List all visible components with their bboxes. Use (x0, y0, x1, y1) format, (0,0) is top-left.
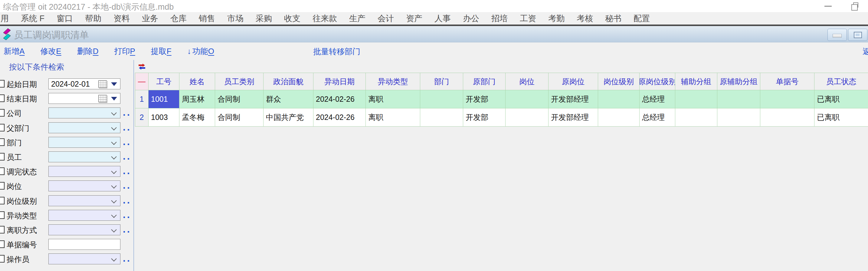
column-header-工号[interactable]: 工号 (149, 73, 179, 90)
menu-item-秘书[interactable]: 秘书 (599, 13, 627, 24)
table-cell[interactable]: 合同制 (215, 109, 264, 126)
row-number-cell[interactable]: 2 (135, 109, 149, 126)
table-cell[interactable]: 开发部 (463, 109, 505, 126)
table-cell[interactable]: 孟冬梅 (179, 109, 215, 126)
column-header-原部门[interactable]: 原部门 (463, 73, 505, 90)
table-cell[interactable]: 开发部经理 (549, 90, 598, 109)
row-number-cell[interactable]: 1 (135, 90, 149, 109)
filter-checkbox[interactable] (0, 197, 4, 204)
batch-transfer-button[interactable]: 批量转移部门 (313, 46, 360, 57)
toolbar-button-功能[interactable]: ↓功能O (187, 46, 214, 57)
menu-item-采购[interactable]: 采购 (250, 13, 278, 24)
table-cell[interactable] (760, 109, 814, 126)
filter-checkbox[interactable] (0, 124, 4, 131)
chevron-down-icon[interactable] (111, 256, 117, 261)
table-cell[interactable]: 离职 (366, 90, 420, 109)
table-cell[interactable]: 合同制 (215, 90, 264, 109)
combo-select[interactable] (49, 151, 120, 162)
table-cell[interactable]: 总经理 (640, 109, 675, 126)
chevron-down-icon[interactable] (111, 227, 117, 232)
filter-checkbox[interactable] (0, 182, 4, 189)
filter-checkbox[interactable] (0, 255, 4, 263)
column-header-岗位级别[interactable]: 岗位级别 (598, 73, 640, 90)
table-cell[interactable] (598, 90, 640, 109)
column-header-异动日期[interactable]: 异动日期 (313, 73, 366, 90)
chevron-down-icon[interactable] (111, 168, 117, 174)
combo-select[interactable] (49, 180, 120, 191)
filter-checkbox[interactable] (0, 139, 4, 146)
table-cell[interactable] (505, 109, 549, 126)
table-cell[interactable] (717, 90, 760, 109)
chevron-down-icon[interactable] (111, 110, 117, 115)
chevron-down-icon[interactable] (111, 183, 117, 188)
column-header-姓名[interactable]: 姓名 (179, 73, 215, 90)
browse-button[interactable]: .. (123, 107, 131, 118)
table-cell[interactable]: 已离职 (814, 90, 868, 109)
menu-item-会计[interactable]: 会计 (372, 13, 400, 24)
column-header-员工状态[interactable]: 员工状态 (814, 73, 868, 90)
toolbar-button-打印[interactable]: 打印P (114, 46, 135, 57)
table-cell[interactable]: 开发部 (463, 90, 505, 109)
menu-item-办公[interactable]: 办公 (457, 13, 485, 24)
menu-item-考核[interactable]: 考核 (570, 13, 599, 24)
column-header-单据号[interactable]: 单据号 (760, 73, 814, 90)
date-dropdown-icon[interactable] (111, 82, 117, 86)
browse-button[interactable]: .. (123, 151, 131, 162)
table-cell[interactable]: 中国共产党 (264, 109, 313, 126)
column-header-辅助分组[interactable]: 辅助分组 (675, 73, 717, 90)
menu-item-窗口[interactable]: 窗口 (51, 13, 79, 24)
menu-item-生产[interactable]: 生产 (343, 13, 372, 24)
browse-button[interactable]: .. (123, 224, 131, 235)
browse-button[interactable]: .. (123, 180, 131, 191)
column-header-政治面貌[interactable]: 政治面貌 (264, 73, 313, 90)
combo-select[interactable] (49, 137, 120, 148)
menu-item-考勤[interactable]: 考勤 (542, 13, 570, 24)
table-cell[interactable]: 总经理 (640, 90, 675, 109)
column-header-原辅助分组[interactable]: 原辅助分组 (717, 73, 760, 90)
menu-item-配置[interactable]: 配置 (627, 13, 656, 24)
filter-checkbox[interactable] (0, 109, 4, 117)
column-header-部门[interactable]: 部门 (420, 73, 463, 90)
column-header-原岗位级别[interactable]: 原岗位级别 (640, 73, 675, 90)
filter-checkbox[interactable] (0, 94, 4, 102)
toolbar-button-删除[interactable]: 删除D (77, 46, 99, 57)
browse-button[interactable]: .. (123, 209, 131, 220)
browse-button[interactable]: .. (123, 122, 131, 133)
return-button[interactable]: 返 (863, 46, 868, 57)
table-cell[interactable]: 周玉林 (179, 90, 215, 109)
table-cell[interactable] (598, 109, 640, 126)
menu-item-业务[interactable]: 业务 (136, 13, 164, 24)
browse-button[interactable]: .. (123, 165, 131, 177)
column-header-员工类别[interactable]: 员工类别 (215, 73, 264, 90)
menu-item-资产[interactable]: 资产 (400, 13, 428, 24)
transfer-swap-icon[interactable] (138, 63, 146, 71)
window-minimize-button[interactable] (828, 29, 847, 41)
table-cell[interactable] (760, 90, 814, 109)
combo-select[interactable] (49, 253, 120, 264)
date-input[interactable]: 2024-02-01 (49, 79, 120, 89)
calendar-icon[interactable] (98, 80, 107, 88)
menu-item-资料[interactable]: 资料 (107, 13, 136, 24)
toolbar-button-提取[interactable]: 提取F (151, 46, 172, 57)
browse-button[interactable]: .. (123, 253, 131, 264)
menu-item-收支[interactable]: 收支 (278, 13, 307, 24)
menu-item-系统 F[interactable]: 系统 F (15, 13, 51, 24)
table-cell[interactable]: 已离职 (814, 109, 868, 126)
browse-button[interactable]: .. (123, 195, 131, 206)
menu-item-用[interactable]: 用 (0, 13, 15, 24)
chevron-down-icon[interactable] (111, 139, 117, 145)
date-dropdown-icon[interactable] (111, 97, 117, 100)
os-restore-icon[interactable] (853, 2, 858, 7)
table-cell[interactable]: 1001 (149, 90, 179, 109)
combo-select[interactable] (49, 108, 120, 118)
table-cell[interactable]: 2024-02-26 (313, 109, 366, 126)
combo-select[interactable] (49, 166, 120, 177)
filter-checkbox[interactable] (0, 168, 4, 175)
combo-select[interactable] (49, 122, 120, 133)
date-input[interactable] (49, 93, 120, 104)
window-maximize-button[interactable] (848, 29, 867, 41)
filter-checkbox[interactable] (0, 226, 4, 234)
combo-select[interactable] (49, 195, 120, 206)
filter-checkbox[interactable] (0, 240, 4, 248)
column-header-岗位[interactable]: 岗位 (505, 73, 549, 90)
